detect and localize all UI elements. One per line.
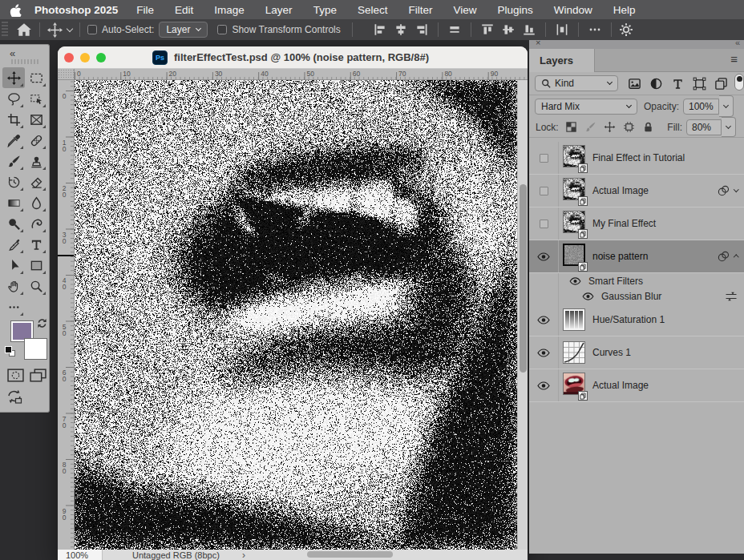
eye-icon[interactable]: [569, 277, 581, 285]
pen-tool[interactable]: [2, 234, 25, 255]
menu-select[interactable]: Select: [347, 4, 398, 16]
swap-colors-icon[interactable]: [37, 318, 47, 328]
tab-layers[interactable]: Layers: [529, 49, 595, 72]
layer-row-gaussian-blur[interactable]: Gaussian Blur: [529, 288, 744, 304]
effects-chevron-down-icon[interactable]: [734, 187, 738, 191]
clone-stamp-tool[interactable]: [25, 151, 47, 171]
distribute-icon[interactable]: [553, 22, 571, 38]
menu-image[interactable]: Image: [204, 4, 255, 16]
hidden-layer-checkbox[interactable]: [540, 187, 548, 195]
fill-field[interactable]: 80%: [686, 119, 722, 135]
gear-icon[interactable]: [619, 22, 633, 37]
visibility-cell[interactable]: [529, 288, 559, 304]
marquee-tool[interactable]: [25, 67, 47, 88]
visibility-cell[interactable]: [529, 304, 559, 336]
collapse-toolbar-icon[interactable]: «: [10, 47, 14, 59]
zoom-level-field[interactable]: 100%: [58, 550, 103, 560]
layer-row-curves-1[interactable]: Curves 1: [529, 336, 744, 369]
path-selection-tool[interactable]: [2, 255, 25, 276]
object-selection-tool[interactable]: [25, 88, 47, 109]
quick-mask-icon[interactable]: [7, 369, 24, 382]
eye-icon[interactable]: [537, 252, 550, 261]
align-right-icon[interactable]: [413, 22, 431, 38]
vertical-scrollbar-thumb[interactable]: [520, 184, 527, 373]
align-center-v-icon[interactable]: [499, 22, 517, 38]
crop-tool[interactable]: [2, 109, 25, 130]
type-tool[interactable]: [25, 234, 47, 255]
menu-window[interactable]: Window: [544, 4, 603, 16]
toolbar-grip[interactable]: [11, 59, 38, 64]
zoom-window-button[interactable]: [96, 53, 106, 62]
layer-thumbnail-hue-sat[interactable]: [563, 308, 585, 331]
menu-type[interactable]: Type: [303, 4, 347, 16]
blend-mode-dropdown[interactable]: Hard Mix: [535, 99, 637, 115]
background-color-swatch[interactable]: [24, 338, 47, 360]
type-layer-filter-icon[interactable]: [671, 77, 685, 91]
options-grip[interactable]: [2, 22, 8, 38]
ruler-origin[interactable]: [58, 69, 75, 80]
align-middle-icon[interactable]: [446, 22, 463, 38]
visibility-cell[interactable]: [529, 207, 559, 240]
eraser-tool[interactable]: [25, 171, 47, 192]
lock-move-icon[interactable]: [604, 121, 616, 133]
opacity-field[interactable]: 100%: [683, 99, 719, 115]
layer-row-actual-image[interactable]: Actual Image: [529, 369, 744, 402]
panel-menu-icon[interactable]: ≡: [730, 52, 738, 66]
menu-layer[interactable]: Layer: [255, 4, 303, 16]
adjustment-layer-filter-icon[interactable]: [649, 77, 663, 91]
layer-row-trailing[interactable]: [717, 185, 738, 196]
filter-kind-dropdown[interactable]: Kind: [535, 75, 618, 91]
lock-paint-icon[interactable]: [584, 121, 596, 133]
layer-row-trailing[interactable]: [717, 251, 738, 262]
menu-plugins[interactable]: Plugins: [487, 4, 543, 16]
layer-row-hue-saturation-1[interactable]: Hue/Saturation 1: [529, 304, 744, 336]
healing-brush-tool[interactable]: [25, 130, 47, 151]
rotate-view-icon[interactable]: [6, 389, 22, 404]
fill-chevron[interactable]: [722, 117, 736, 137]
lock-all-icon[interactable]: [642, 121, 654, 133]
layer-row-noise-pattern[interactable]: noise pattern: [529, 240, 744, 273]
hand-tool[interactable]: [2, 276, 25, 296]
layer-row-trailing[interactable]: [725, 291, 738, 302]
align-center-h-icon[interactable]: [392, 22, 410, 38]
visibility-cell[interactable]: [529, 369, 559, 401]
align-bottom-icon[interactable]: [520, 22, 538, 38]
zoom-tool[interactable]: [25, 276, 47, 296]
apple-icon[interactable]: [10, 3, 22, 17]
screen-mode-icon[interactable]: [30, 369, 46, 382]
pixel-layer-filter-icon[interactable]: [628, 77, 641, 91]
more-tool[interactable]: [2, 296, 25, 317]
eye-icon[interactable]: [537, 381, 550, 390]
opacity-chevron[interactable]: [719, 95, 734, 117]
tool-preset-chevron-icon[interactable]: [67, 25, 73, 31]
smart-filter-circles-icon[interactable]: [717, 251, 731, 262]
document-titlebar[interactable]: Ps filterEffectTest.psd @ 100% (noise pa…: [58, 46, 528, 69]
effects-chevron-up-icon[interactable]: [734, 255, 738, 260]
dodge-tool[interactable]: [2, 213, 25, 234]
menu-file[interactable]: File: [126, 4, 164, 16]
layer-row-my-final-effect[interactable]: My Final Effect: [529, 207, 744, 240]
eyedropper-tool[interactable]: [2, 130, 25, 151]
align-left-icon[interactable]: [371, 22, 389, 38]
smart-object-filter-icon[interactable]: [714, 77, 728, 91]
frame-tool[interactable]: [25, 109, 47, 130]
visibility-cell[interactable]: [529, 240, 559, 272]
gradient-tool[interactable]: [2, 192, 25, 213]
menu-help[interactable]: Help: [603, 4, 646, 16]
auto-select-checkbox[interactable]: Auto-Select:: [87, 24, 154, 35]
menu-edit[interactable]: Edit: [164, 4, 204, 16]
visibility-cell[interactable]: [529, 273, 559, 288]
brush-tool[interactable]: [2, 151, 25, 171]
vertical-ruler[interactable]: 0102030405060708090100: [58, 80, 75, 550]
smart-filter-circles-icon[interactable]: [717, 185, 731, 196]
layer-row-final-effect-in-tutorial[interactable]: Final Effect in Tutorial: [529, 142, 744, 175]
filter-options-icon[interactable]: [725, 291, 738, 302]
vertical-scrollbar[interactable]: [517, 80, 528, 550]
move-tool[interactable]: [2, 67, 25, 88]
layer-filter-toggle[interactable]: [734, 74, 744, 91]
layer-row-smart-filters[interactable]: Smart Filters: [529, 273, 744, 288]
horizontal-ruler[interactable]: 0102030405060708090: [58, 69, 528, 80]
hidden-layer-checkbox[interactable]: [540, 220, 548, 228]
status-options-chevron[interactable]: ›: [242, 550, 245, 560]
history-brush-tool[interactable]: [2, 171, 25, 192]
